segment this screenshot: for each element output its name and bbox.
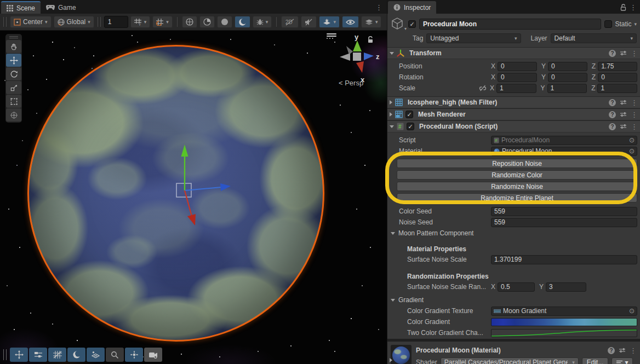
material-foldout-icon[interactable] bbox=[390, 358, 392, 362]
scale-y-field[interactable]: 1 bbox=[547, 84, 587, 93]
crescent-view-button[interactable] bbox=[235, 16, 250, 28]
gameobject-name-field[interactable]: Procedural Moon bbox=[419, 19, 601, 30]
gameobject-enabled-checkbox[interactable]: ✓ bbox=[408, 20, 416, 28]
object-picker-icon[interactable]: ⊙ bbox=[629, 307, 635, 315]
surface-noise-scale-field[interactable]: 1.370199 bbox=[491, 255, 637, 264]
wireframe-sphere-button[interactable] bbox=[182, 16, 197, 28]
shader-list-button[interactable]: ▾ bbox=[612, 357, 633, 364]
tab-inspector[interactable]: Inspector bbox=[388, 1, 436, 14]
position-z-field[interactable]: 1.75 bbox=[598, 62, 637, 71]
curve-field[interactable] bbox=[491, 329, 637, 337]
range-x-field[interactable]: 0.5 bbox=[498, 282, 535, 292]
scale-x-field[interactable]: 1 bbox=[496, 84, 536, 93]
mesh-renderer-enabled-checkbox[interactable]: ✓ bbox=[405, 111, 413, 118]
layers-dropdown[interactable]: ▾ bbox=[361, 16, 382, 28]
foldout-icon[interactable] bbox=[390, 125, 394, 128]
perspective-toggle[interactable]: < Persp bbox=[339, 79, 363, 87]
script-object-field[interactable]: # ProceduralMoon ⊙ bbox=[491, 136, 637, 145]
palette-drag-handle[interactable] bbox=[9, 36, 18, 38]
procedural-moon-script-header[interactable]: # ✓ Procedural Moon (Script) ?⋮ bbox=[387, 120, 640, 132]
gizmo-lock-icon[interactable] bbox=[367, 36, 374, 43]
presets-icon[interactable] bbox=[619, 347, 626, 354]
component-menu-icon[interactable]: ⋮ bbox=[631, 111, 638, 119]
scene-panel-menu-button[interactable]: ⋮ bbox=[371, 3, 387, 14]
foldout-icon[interactable] bbox=[390, 52, 394, 55]
audio-toggle-button[interactable] bbox=[301, 16, 317, 28]
object-picker-icon[interactable]: ⊙ bbox=[629, 147, 635, 155]
pivot-mode-dropdown[interactable]: Center▾ bbox=[10, 16, 52, 28]
2d-toggle-button[interactable]: 2D bbox=[281, 16, 299, 28]
lighting-dropdown[interactable]: ▾ bbox=[319, 16, 340, 28]
rotation-y-field[interactable]: 0 bbox=[548, 73, 587, 82]
help-icon[interactable]: ? bbox=[609, 123, 616, 130]
material-object-field[interactable]: Procedural Moon ⊙ bbox=[491, 147, 637, 156]
scene-viewport[interactable]: y z x < Persp bbox=[0, 31, 387, 364]
rect-tool-button[interactable] bbox=[6, 95, 21, 108]
transform-header[interactable]: Transform ? ⋮ bbox=[387, 47, 640, 59]
rotate-tool-button[interactable] bbox=[6, 67, 21, 80]
search-button[interactable] bbox=[106, 348, 124, 362]
toolbar-drag-handle[interactable] bbox=[3, 17, 7, 27]
mesh-renderer-header[interactable]: ✓ Mesh Renderer ?⋮ bbox=[387, 108, 640, 120]
gradient-foldout[interactable]: Gradient bbox=[387, 295, 640, 305]
grid-size-field[interactable]: 1 bbox=[104, 16, 128, 28]
position-x-field[interactable]: 0 bbox=[498, 62, 537, 71]
bottom-bar-drag-handle[interactable] bbox=[3, 349, 7, 360]
color-gradient-swatch[interactable] bbox=[491, 318, 637, 326]
presets-icon[interactable] bbox=[620, 50, 627, 56]
component-menu-icon[interactable]: ⋮ bbox=[631, 123, 638, 131]
help-icon[interactable]: ? bbox=[609, 50, 616, 57]
randomize-entire-planet-button[interactable]: Randomize Entire Planet bbox=[397, 193, 637, 203]
foldout-icon[interactable] bbox=[390, 112, 392, 117]
help-icon[interactable]: ? bbox=[608, 347, 615, 354]
tag-dropdown[interactable]: Untagged▾ bbox=[426, 33, 521, 43]
planet-object[interactable] bbox=[27, 45, 324, 342]
solid-sphere-button[interactable] bbox=[217, 16, 232, 28]
material-thumbnail[interactable] bbox=[391, 345, 412, 364]
scale-z-field[interactable]: 1 bbox=[597, 84, 637, 93]
shaded-sphere-button[interactable] bbox=[199, 16, 215, 28]
rotation-z-field[interactable]: 0 bbox=[598, 73, 637, 82]
effects-dropdown[interactable]: ▾ bbox=[253, 16, 272, 28]
foldout-icon[interactable] bbox=[390, 100, 392, 105]
randomize-noise-button[interactable]: Randomize Noise bbox=[397, 182, 637, 191]
grid-visibility-button[interactable] bbox=[48, 348, 66, 362]
material-menu-icon[interactable]: ⋮ bbox=[630, 346, 637, 355]
frame-selected-button[interactable] bbox=[125, 348, 143, 362]
mesh-filter-header[interactable]: Icosphere_high (Mesh Filter) ?⋮ bbox=[387, 96, 640, 108]
static-checkbox[interactable] bbox=[604, 20, 612, 28]
component-menu-icon[interactable]: ⋮ bbox=[631, 99, 638, 107]
moon-pattern-foldout[interactable]: Moon Pattern Component bbox=[387, 228, 640, 238]
range-y-field[interactable]: 3 bbox=[546, 282, 586, 292]
skybox-button[interactable] bbox=[87, 348, 105, 362]
help-icon[interactable]: ? bbox=[609, 99, 616, 106]
scale-tool-button[interactable] bbox=[6, 81, 21, 94]
increment-snap-dropdown[interactable]: ▾ bbox=[152, 16, 173, 28]
presets-icon[interactable] bbox=[620, 99, 627, 106]
overlay-menu-handle[interactable] bbox=[327, 32, 336, 39]
move-overlay-button[interactable] bbox=[10, 348, 28, 362]
orientation-dropdown[interactable]: Global▾ bbox=[54, 16, 94, 28]
rotation-x-field[interactable]: 0 bbox=[498, 73, 537, 82]
tab-scene[interactable]: Scene bbox=[1, 1, 41, 14]
shader-edit-button[interactable]: Edit... bbox=[582, 357, 609, 364]
noise-seed-field[interactable]: 559 bbox=[491, 218, 637, 227]
color-seed-field[interactable]: 559 bbox=[491, 207, 637, 216]
unlock-icon[interactable] bbox=[620, 4, 626, 11]
object-picker-icon[interactable]: ⊙ bbox=[629, 136, 635, 144]
tab-game[interactable]: Game bbox=[41, 1, 82, 14]
link-broken-icon[interactable] bbox=[479, 85, 487, 91]
reposition-noise-button[interactable]: Reposition Noise bbox=[397, 159, 637, 168]
scene-orientation-gizmo[interactable]: y z x bbox=[335, 32, 387, 86]
gradient-texture-object-field[interactable]: Moon Gradient ⊙ bbox=[491, 307, 637, 316]
camera-button[interactable] bbox=[144, 348, 162, 362]
layer-dropdown[interactable]: Default▾ bbox=[551, 33, 637, 43]
transform-tool-button[interactable] bbox=[6, 108, 21, 122]
scene-lighting-button[interactable] bbox=[67, 348, 85, 362]
static-dropdown-arrow[interactable]: ▾ bbox=[634, 21, 637, 27]
visibility-toggle-button[interactable] bbox=[342, 16, 359, 28]
script-enabled-checkbox[interactable]: ✓ bbox=[407, 123, 414, 130]
component-menu-icon[interactable]: ⋮ bbox=[631, 49, 638, 57]
shader-dropdown[interactable]: Parallel Cascades/Procedural Planet Gene… bbox=[441, 357, 579, 364]
help-icon[interactable]: ? bbox=[609, 111, 616, 118]
